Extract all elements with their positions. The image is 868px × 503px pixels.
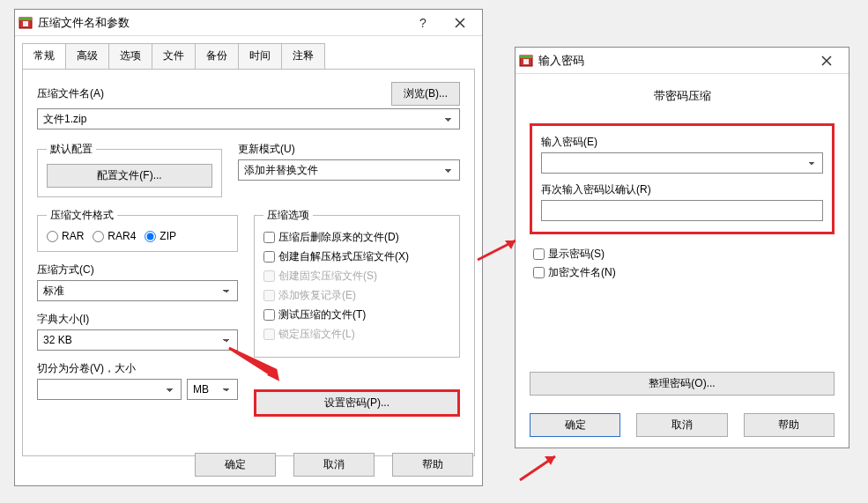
opt-sfx[interactable]: 创建自解压格式压缩文件(X) [263, 249, 450, 264]
help-button[interactable]: ? [404, 11, 441, 35]
close-icon [821, 55, 832, 66]
archiving-options-legend: 压缩选项 [263, 208, 313, 223]
show-password-checkbox[interactable]: 显示密码(S) [533, 247, 831, 262]
cancel-button[interactable]: 取消 [293, 453, 375, 477]
archive-name-label: 压缩文件名(A) [37, 86, 104, 101]
password-window: 输入密码 带密码压缩 输入密码(E) 再次输入密码以确认(R) 显示密码(S) … [515, 47, 849, 448]
help-button-bottom[interactable]: 帮助 [392, 453, 473, 477]
window-title: 压缩文件名和参数 [38, 15, 404, 31]
enter-password-input[interactable] [541, 152, 823, 174]
window-title: 输入密码 [538, 53, 808, 69]
profiles-button[interactable]: 配置文件(F)... [47, 164, 212, 188]
password-fields-highlight: 输入密码(E) 再次输入密码以确认(R) [530, 123, 835, 234]
tab-advanced[interactable]: 高级 [65, 43, 109, 69]
format-rar4-radio[interactable]: RAR4 [93, 230, 136, 242]
tab-general[interactable]: 常规 [22, 43, 66, 70]
encrypt-filenames-checkbox[interactable]: 加密文件名(N) [533, 265, 831, 280]
format-rar-radio[interactable]: RAR [47, 230, 84, 242]
svg-rect-2 [23, 21, 28, 26]
opt-solid: 创建固实压缩文件(S) [263, 269, 450, 284]
app-icon [519, 54, 533, 68]
reenter-password-input[interactable] [541, 200, 823, 221]
default-profile-group: 默认配置 配置文件(F)... [37, 142, 222, 197]
close-button[interactable] [808, 48, 845, 73]
opt-test[interactable]: 测试压缩的文件(T) [263, 307, 450, 322]
close-icon [455, 18, 465, 28]
tab-options[interactable]: 选项 [108, 43, 152, 69]
organize-passwords-button[interactable]: 整理密码(O)... [530, 372, 835, 396]
tab-comment[interactable]: 注释 [281, 43, 325, 69]
tab-backup[interactable]: 备份 [195, 43, 239, 69]
arrow-annotation [516, 449, 568, 487]
split-volume-label: 切分为分卷(V)，大小 [37, 361, 238, 376]
tab-bar: 常规 高级 选项 文件 备份 时间 注释 [22, 43, 475, 69]
archive-name-input[interactable] [37, 108, 460, 129]
split-size-input[interactable] [37, 379, 182, 400]
compression-method-select[interactable] [37, 280, 238, 301]
dialog-buttons: 确定 取消 帮助 [195, 453, 473, 477]
archiving-options-group: 压缩选项 压缩后删除原来的文件(D) 创建自解压格式压缩文件(X) 创建固实压缩… [254, 208, 460, 358]
opt-recovery: 添加恢复记录(E) [263, 288, 450, 303]
help-button[interactable]: 帮助 [744, 413, 835, 437]
dict-size-select[interactable] [37, 329, 238, 351]
enter-password-label: 输入密码(E) [541, 135, 823, 150]
ok-button[interactable]: 确定 [195, 453, 276, 477]
archive-format-group: 压缩文件格式 RAR RAR4 ZIP [37, 208, 238, 252]
password-body: 带密码压缩 输入密码(E) 再次输入密码以确认(R) 显示密码(S) 加密文件名… [516, 74, 849, 448]
compression-method-label: 压缩方式(C) [37, 263, 238, 277]
dict-size-label: 字典大小(I) [37, 312, 238, 327]
default-profile-legend: 默认配置 [47, 142, 96, 157]
titlebar[interactable]: 输入密码 [516, 48, 849, 74]
tab-time[interactable]: 时间 [238, 43, 282, 69]
svg-rect-5 [523, 59, 529, 64]
set-password-button[interactable]: 设置密码(P)... [254, 389, 460, 417]
titlebar[interactable]: 压缩文件名和参数 ? [15, 10, 482, 36]
cancel-button[interactable]: 取消 [636, 413, 727, 437]
password-subtitle: 带密码压缩 [530, 88, 835, 104]
format-zip-radio[interactable]: ZIP [145, 230, 176, 242]
update-mode-select[interactable] [238, 159, 460, 181]
tab-files[interactable]: 文件 [152, 43, 196, 69]
svg-rect-1 [19, 18, 32, 20]
archive-format-legend: 压缩文件格式 [47, 208, 117, 223]
opt-lock: 锁定压缩文件(L) [263, 327, 450, 342]
update-mode-label: 更新模式(U) [238, 142, 460, 157]
opt-delete-after[interactable]: 压缩后删除原来的文件(D) [263, 230, 450, 245]
svg-rect-4 [520, 55, 532, 58]
browse-button[interactable]: 浏览(B)... [391, 82, 460, 106]
app-icon [19, 16, 33, 30]
reenter-password-label: 再次输入密码以确认(R) [541, 182, 823, 197]
archive-params-window: 压缩文件名和参数 ? 常规 高级 选项 文件 备份 时间 注释 压缩文件名(A)… [14, 9, 483, 486]
tab-panel-general: 压缩文件名(A) 浏览(B)... 默认配置 配置文件(F)... 更新模式(U… [22, 69, 475, 456]
split-unit-select[interactable] [187, 379, 238, 400]
close-button[interactable] [441, 11, 479, 35]
ok-button[interactable]: 确定 [530, 413, 620, 437]
